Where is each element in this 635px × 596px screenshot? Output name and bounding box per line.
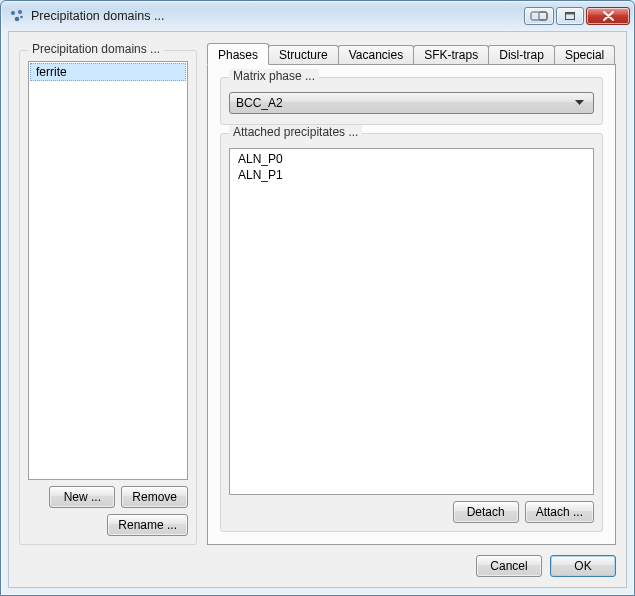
titlebar[interactable]: Precipitation domains ... bbox=[1, 1, 634, 31]
tab-vacancies[interactable]: Vacancies bbox=[338, 45, 414, 64]
domains-btnrow-1: New ... Remove bbox=[28, 486, 188, 508]
dialog-window: Precipitation domains ... bbox=[0, 0, 635, 596]
domains-list[interactable]: ferrite bbox=[28, 61, 188, 480]
main-row: Precipitation domains ... ferrite New ..… bbox=[19, 42, 616, 545]
app-icon bbox=[9, 8, 25, 24]
ok-button[interactable]: OK bbox=[550, 555, 616, 577]
tabs-column: PhasesStructureVacanciesSFK-trapsDisl-tr… bbox=[207, 42, 616, 545]
matrix-phase-combobox[interactable]: BCC_A2 bbox=[229, 92, 594, 114]
matrix-phase-groupbox: Matrix phase ... BCC_A2 bbox=[220, 77, 603, 125]
chevron-down-icon bbox=[571, 100, 587, 106]
tabstrip: PhasesStructureVacanciesSFK-trapsDisl-tr… bbox=[207, 42, 616, 64]
tab-disl-trap[interactable]: Disl-trap bbox=[488, 45, 555, 64]
list-item[interactable]: ALN_P1 bbox=[230, 167, 593, 183]
new-button[interactable]: New ... bbox=[49, 486, 115, 508]
svg-rect-5 bbox=[539, 12, 547, 20]
svg-point-0 bbox=[11, 11, 15, 15]
tab-panel-phases: Matrix phase ... BCC_A2 Attached precipi… bbox=[207, 64, 616, 545]
svg-point-1 bbox=[18, 10, 22, 14]
maximize-button[interactable] bbox=[556, 7, 584, 25]
attach-btnrow: Detach Attach ... bbox=[229, 501, 594, 523]
svg-point-3 bbox=[20, 16, 23, 19]
list-item[interactable]: ALN_P0 bbox=[230, 151, 593, 167]
tab-sfk-traps[interactable]: SFK-traps bbox=[413, 45, 489, 64]
tab-special[interactable]: Special bbox=[554, 45, 615, 64]
domains-column: Precipitation domains ... ferrite New ..… bbox=[19, 42, 197, 545]
svg-point-2 bbox=[15, 17, 20, 22]
tab-structure[interactable]: Structure bbox=[268, 45, 339, 64]
attach-button[interactable]: Attach ... bbox=[525, 501, 594, 523]
cancel-button[interactable]: Cancel bbox=[476, 555, 542, 577]
attached-precipitates-groupbox: Attached precipitates ... ALN_P0ALN_P1 D… bbox=[220, 133, 603, 532]
rename-button[interactable]: Rename ... bbox=[107, 514, 188, 536]
domains-legend: Precipitation domains ... bbox=[28, 42, 164, 56]
close-button[interactable] bbox=[586, 7, 630, 25]
window-buttons bbox=[522, 7, 630, 25]
matrix-phase-legend: Matrix phase ... bbox=[229, 69, 319, 83]
domains-btnrow-2: Rename ... bbox=[28, 514, 188, 536]
dialog-footer: Cancel OK bbox=[19, 545, 616, 577]
detach-button[interactable]: Detach bbox=[453, 501, 519, 523]
client-area: Precipitation domains ... ferrite New ..… bbox=[8, 31, 627, 588]
list-item[interactable]: ferrite bbox=[30, 63, 186, 81]
attached-precipitates-legend: Attached precipitates ... bbox=[229, 125, 362, 139]
domains-groupbox: Precipitation domains ... ferrite New ..… bbox=[19, 50, 197, 545]
help-button[interactable] bbox=[524, 7, 554, 25]
attached-precipitates-list[interactable]: ALN_P0ALN_P1 bbox=[229, 148, 594, 495]
tab-phases[interactable]: Phases bbox=[207, 43, 269, 65]
window-title: Precipitation domains ... bbox=[31, 9, 522, 23]
matrix-phase-value: BCC_A2 bbox=[236, 96, 571, 110]
remove-button[interactable]: Remove bbox=[121, 486, 188, 508]
